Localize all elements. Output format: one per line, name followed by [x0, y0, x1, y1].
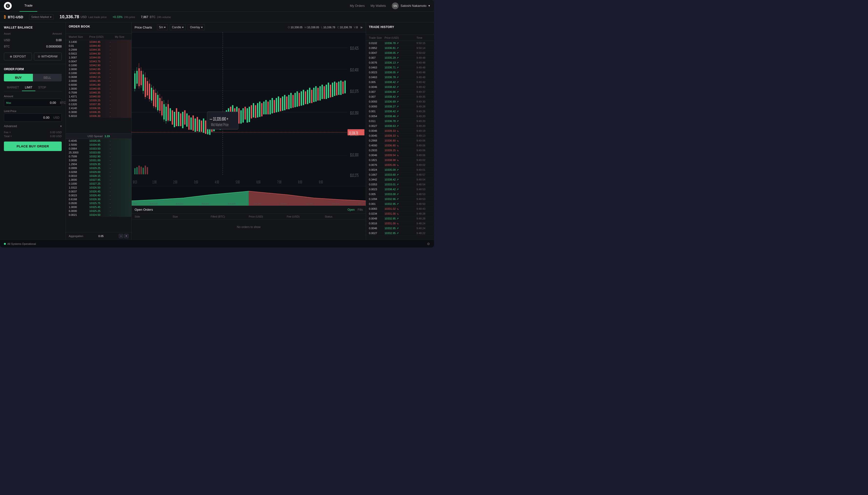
price-change: +0.33%	[113, 15, 122, 19]
svg-rect-148	[136, 167, 137, 174]
ask-row[interactable]: 0.2999 10344.35 -	[66, 48, 131, 52]
bid-row[interactable]: 0.1000 10327.25 -	[66, 182, 131, 186]
trade-size: 0.0076	[369, 164, 383, 167]
candlestick-chart: $10,425 $10,400 $10,375 $10,350 $10,325 …	[132, 32, 366, 186]
ask-row[interactable]: 1.4371 10340.00 -	[66, 95, 131, 98]
svg-rect-79	[205, 121, 206, 134]
bid-row[interactable]: 0.0023 10326.40 -	[66, 193, 131, 197]
ask-size: 0.7599	[69, 91, 88, 94]
user-menu[interactable]: SN Satoshi Nakamoto ▾	[392, 2, 430, 9]
bid-row[interactable]: 0.0500 10325.75 -	[66, 201, 131, 205]
ask-row[interactable]: 3.0000 10339.25 -	[66, 98, 131, 102]
volume-label: 24h volume	[157, 16, 171, 18]
ask-row[interactable]: 0.3000 10336.35 -	[66, 110, 131, 114]
ask-row[interactable]: 5.6010 10336.30 -	[66, 114, 131, 118]
svg-rect-74	[195, 118, 196, 132]
bid-row[interactable]: 0.4045 10335.05 -	[66, 139, 131, 143]
trade-row: 0.1821 10338.98 ↘ 9:49:02	[366, 158, 434, 163]
svg-rect-67	[180, 113, 181, 126]
ask-row[interactable]: 0.5922 10344.30 -	[66, 52, 131, 55]
stop-order-tab[interactable]: STOP	[35, 84, 49, 91]
trade-time: 9:48:50	[416, 202, 431, 206]
bid-row[interactable]: 6.0000 10325.25 -	[66, 209, 131, 213]
my-wallets-link[interactable]: My Wallets	[371, 4, 386, 7]
ask-row[interactable]: 1.0000 10340.65 -	[66, 87, 131, 91]
chart-type-selector[interactable]: Candle ▾	[170, 24, 186, 30]
bid-row[interactable]: 0.7599 10332.90 -	[66, 154, 131, 158]
ob-aggregation-decrease[interactable]: −	[119, 234, 123, 238]
withdraw-button[interactable]: ⊙ WITHDRAW	[34, 53, 62, 61]
volume-amount: 7,867	[141, 15, 148, 19]
place-order-button[interactable]: PLACE BUY ORDER	[4, 141, 62, 151]
bid-row[interactable]: 1.0000 10325.45 -	[66, 205, 131, 209]
ohlcv-display: O:10,338.05 H:10,338.05 L:10,336.78 C:10…	[288, 26, 358, 29]
ask-row[interactable]: 0.6000 10341.80 -	[66, 83, 131, 87]
bid-row[interactable]: 0.0999 10329.25 -	[66, 166, 131, 170]
trade-size: 0.1094	[369, 198, 383, 201]
bid-size: 2.5000	[69, 143, 88, 146]
ask-row[interactable]: 1.0087 10344.00 -	[66, 55, 131, 59]
bid-row[interactable]: 0.0984 10333.50 -	[66, 147, 131, 151]
trade-time: 9:49:30	[416, 100, 431, 103]
bid-row[interactable]: 0.0010 10328.15 -	[66, 174, 131, 178]
open-tab[interactable]: Open	[347, 208, 355, 211]
deposit-button[interactable]: ⊕ DEPOSIT	[4, 53, 32, 61]
bid-row[interactable]: 25.3000 10333.00 -	[66, 151, 131, 154]
max-button[interactable]: Max	[4, 101, 13, 104]
sell-tab-button[interactable]: SELL	[33, 74, 62, 81]
timeframe-selector[interactable]: 5m ▾	[157, 24, 168, 30]
settings-icon[interactable]: ⚙	[427, 242, 430, 246]
ask-row[interactable]: 0.1000 10342.90 -	[66, 63, 131, 67]
buy-tab-button[interactable]: BUY	[4, 74, 33, 81]
svg-text:$10,275: $10,275	[350, 172, 359, 177]
ask-row[interactable]: 2.0000 10341.95 -	[66, 79, 131, 83]
bid-row[interactable]: 3.0268 10329.00 -	[66, 170, 131, 174]
fee-value: 0.00 USD	[50, 131, 62, 134]
ask-row[interactable]: 0.0688 10342.15 -	[66, 75, 131, 79]
ask-row[interactable]: 3.1400 10344.45 -	[66, 40, 131, 44]
bid-row[interactable]: 1.2904 10329.35 -	[66, 162, 131, 166]
amount-input[interactable]	[13, 99, 58, 106]
fills-tab[interactable]: Fills	[358, 208, 363, 211]
bid-row[interactable]: 0.6168 10326.30 -	[66, 197, 131, 201]
bid-row[interactable]: 3.0000 10331.00 -	[66, 158, 131, 162]
trade-price: 10338.05 ↗	[384, 51, 415, 55]
ask-size: 0.5922	[69, 52, 88, 55]
market-order-tab[interactable]: MARKET	[4, 84, 22, 91]
bid-row[interactable]: 1.0000 10327.95 -	[66, 178, 131, 182]
expand-chart-icon[interactable]: ▶	[361, 25, 363, 29]
limit-order-tab[interactable]: LIMIT	[22, 84, 35, 91]
bid-row[interactable]: 2.5000 10334.95 -	[66, 143, 131, 147]
limit-price-input[interactable]	[4, 114, 51, 121]
svg-rect-73	[193, 116, 194, 131]
btc-asset-name: BTC	[4, 45, 10, 48]
bid-price: 10329.35	[89, 163, 109, 166]
ask-rows: 3.1400 10344.45 - 0.01 10344.40 - 0.2999…	[66, 40, 131, 134]
ask-mysize: -	[110, 68, 124, 71]
bid-row[interactable]: 0.0021 10324.50 -	[66, 213, 131, 217]
ask-row[interactable]: 2.0000 10342.85 -	[66, 67, 131, 71]
svg-rect-95	[238, 108, 240, 123]
ask-row[interactable]: 2.4140 10336.55 -	[66, 106, 131, 110]
trade-price: 10332.96 ↗	[384, 198, 415, 201]
total-value: 0.00 USD	[50, 135, 62, 138]
select-market-button[interactable]: Select Market ▾	[29, 14, 54, 20]
svg-rect-133	[317, 88, 319, 101]
nav-tab-trade[interactable]: Trade	[19, 0, 37, 12]
ask-row[interactable]: 0.1320 10337.35 -	[66, 102, 131, 106]
ask-row[interactable]: 0.7599 10340.35 -	[66, 91, 131, 95]
ask-row[interactable]: 0.01 10344.40 -	[66, 44, 131, 48]
trade-size: 0.0046	[369, 154, 383, 157]
bid-row[interactable]: 1.0322 10326.50 -	[66, 186, 131, 189]
bid-row[interactable]: 0.0037 10326.45 -	[66, 189, 131, 193]
trade-time: 9:49:19	[416, 129, 431, 133]
ask-row[interactable]: 0.1000 10342.65 -	[66, 71, 131, 75]
ask-row[interactable]: 0.0047 10343.75 -	[66, 59, 131, 63]
overlay-selector[interactable]: Overlay ▾	[188, 24, 204, 30]
trade-history-columns: Trade Size Price (USD) Time	[366, 35, 434, 41]
trade-size: 0.0046	[369, 227, 383, 230]
th-col-time: Time	[416, 36, 431, 39]
ob-aggregation-increase[interactable]: +	[124, 234, 129, 238]
advanced-toggle[interactable]: Advanced ▾	[4, 124, 62, 128]
my-orders-link[interactable]: My Orders	[350, 4, 365, 7]
